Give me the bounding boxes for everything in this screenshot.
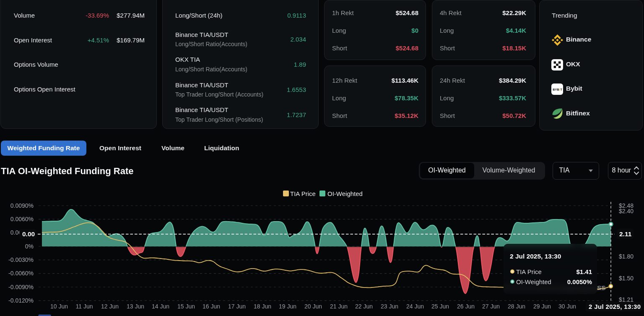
svg-text:BYB!T: BYB!T <box>553 88 562 91</box>
